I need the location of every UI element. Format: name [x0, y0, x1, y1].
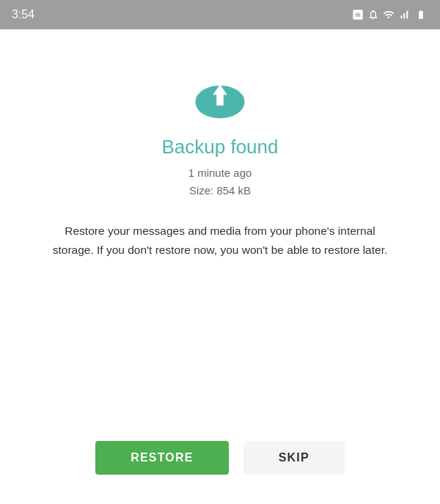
- battery-icon: [414, 10, 428, 20]
- restore-button[interactable]: RESTORE: [95, 441, 228, 475]
- cloud-upload-icon-wrapper: [191, 73, 249, 121]
- main-content: Backup found 1 minute ago Size: 854 kB R…: [0, 29, 440, 504]
- skip-button[interactable]: SKIP: [243, 441, 345, 475]
- signal-bars-icon: [398, 9, 410, 21]
- status-icons: [352, 9, 428, 21]
- button-row: RESTORE SKIP: [29, 441, 411, 475]
- backup-meta: 1 minute ago Size: 854 kB: [188, 164, 252, 200]
- top-section: Backup found 1 minute ago Size: 854 kB R…: [44, 73, 396, 259]
- status-time: 3:54: [12, 8, 34, 21]
- nfc-icon: [352, 9, 364, 21]
- backup-time: 1 minute ago: [188, 164, 252, 182]
- cloud-upload-icon: [191, 73, 249, 121]
- backup-title: Backup found: [161, 136, 278, 158]
- backup-description: Restore your messages and media from you…: [44, 222, 396, 259]
- status-bar: 3:54: [0, 0, 440, 29]
- backup-size: Size: 854 kB: [188, 182, 252, 200]
- mute-icon: [367, 9, 379, 21]
- signal-icon: [383, 9, 395, 21]
